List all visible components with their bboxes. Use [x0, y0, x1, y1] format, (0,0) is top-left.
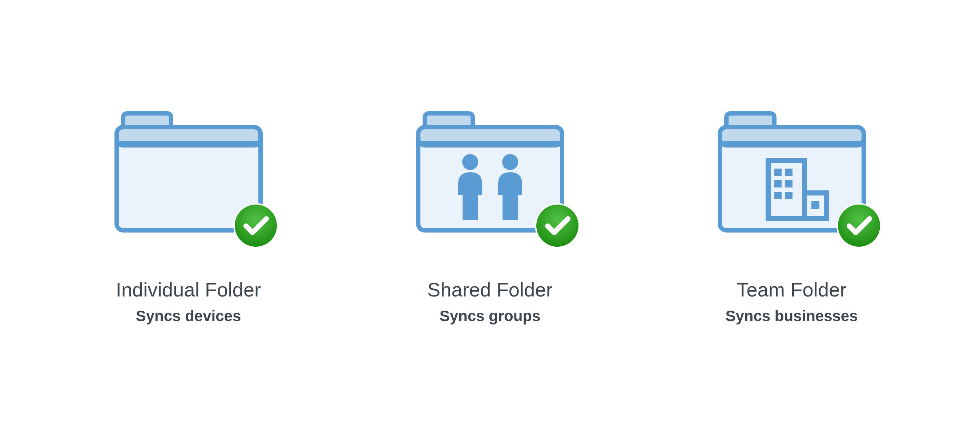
card-team-folder: Team Folder Syncs businesses: [697, 111, 886, 325]
svg-point-9: [502, 154, 518, 170]
checkmark-badge-icon: [835, 202, 883, 249]
card-shared-folder: Shared Folder Syncs groups: [396, 111, 585, 325]
svg-point-4: [235, 205, 277, 247]
folder-shared-icon: [414, 111, 566, 235]
card-subtitle: Syncs devices: [136, 307, 241, 325]
svg-rect-17: [785, 169, 792, 176]
svg-rect-19: [785, 180, 792, 188]
folder-team-icon: [716, 111, 868, 235]
svg-rect-7: [420, 141, 560, 145]
svg-rect-23: [811, 201, 819, 209]
svg-rect-20: [774, 192, 781, 199]
card-title: Individual Folder: [116, 278, 261, 301]
card-title: Shared Folder: [427, 278, 553, 301]
card-individual-folder: Individual Folder Syncs devices: [94, 111, 283, 325]
svg-rect-21: [785, 192, 792, 199]
svg-rect-2: [119, 141, 258, 145]
card-title: Team Folder: [737, 278, 846, 301]
svg-point-25: [838, 205, 880, 247]
svg-rect-14: [722, 141, 862, 145]
svg-rect-18: [774, 180, 781, 188]
folder-types-row: Individual Folder Syncs devices: [94, 111, 886, 325]
checkmark-badge-icon: [534, 202, 581, 249]
svg-rect-16: [774, 169, 781, 176]
svg-point-11: [536, 205, 579, 247]
card-subtitle: Syncs businesses: [725, 307, 858, 325]
folder-individual-icon: [112, 111, 265, 235]
svg-point-8: [462, 154, 478, 170]
card-subtitle: Syncs groups: [440, 307, 541, 325]
checkmark-badge-icon: [232, 202, 279, 249]
